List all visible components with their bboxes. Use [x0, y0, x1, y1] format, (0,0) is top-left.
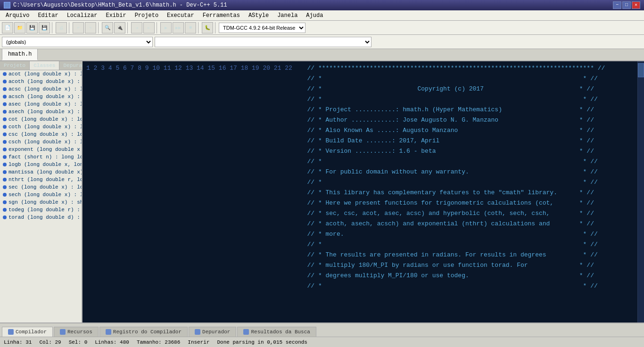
- item-icon: [3, 155, 7, 159]
- save-button[interactable]: 💾: [26, 22, 38, 33]
- sep7: [215, 22, 217, 33]
- new-button[interactable]: 📄: [2, 22, 13, 33]
- maximize-button[interactable]: □: [622, 1, 631, 9]
- tab-recursos[interactable]: Recursos: [54, 327, 99, 337]
- open-button[interactable]: 📁: [14, 22, 25, 33]
- list-item[interactable]: todeg (long double r) : lc: [0, 206, 82, 214]
- item-icon: [3, 95, 7, 99]
- bottom-bar: Compilador Recursos Registro do Compilad…: [0, 322, 644, 337]
- v-scrollbar-thumb[interactable]: [638, 63, 644, 77]
- title-bar: C:\Users\Augusto\Desktop\HMath_Beta_v1.6…: [0, 0, 644, 10]
- app-icon: [4, 2, 10, 8]
- sep2: [69, 22, 71, 33]
- tab-classes[interactable]: Classes: [30, 61, 59, 70]
- list-item[interactable]: acot (long double x) : lor: [0, 70, 82, 78]
- menu-localizar[interactable]: Localizar: [63, 11, 101, 20]
- window-controls[interactable]: − □ ✕: [613, 1, 640, 9]
- item-icon: [3, 72, 7, 76]
- status-lines: Linhas: 480: [95, 339, 129, 345]
- tab-hmath[interactable]: hmath.h: [2, 49, 38, 60]
- compilador-icon: [8, 329, 14, 335]
- minimize-button[interactable]: −: [613, 1, 621, 9]
- list-item[interactable]: logb (long double x, long: [0, 161, 82, 168]
- scope-select[interactable]: (globals): [2, 37, 153, 47]
- list-item[interactable]: acsc (long double x) : lor: [0, 85, 82, 93]
- replace-button[interactable]: 🔌: [114, 22, 125, 33]
- recursos-icon: [60, 329, 66, 335]
- sidebar-list: acot (long double x) : lor acoth (long d…: [0, 70, 83, 322]
- list-item[interactable]: cot (long double x) : lor: [0, 116, 82, 123]
- menu-exibir[interactable]: Exibir: [102, 11, 130, 20]
- sep4: [127, 22, 129, 33]
- close-button[interactable]: ✕: [632, 1, 640, 9]
- run-button[interactable]: ▶▶: [173, 22, 184, 33]
- menu-executar[interactable]: Executar: [163, 11, 198, 20]
- stop-button[interactable]: ■: [185, 22, 196, 33]
- undo-button[interactable]: ↶: [73, 22, 84, 33]
- item-icon: [3, 193, 7, 197]
- item-icon: [3, 178, 7, 182]
- tab-compilador[interactable]: Compilador: [2, 327, 53, 337]
- item-icon: [3, 208, 7, 212]
- status-col: Col: 29: [39, 339, 61, 345]
- resultados-icon: [243, 329, 249, 335]
- unindent-button[interactable]: ⇤: [143, 22, 155, 33]
- sep6: [198, 22, 200, 33]
- menu-ferramentas[interactable]: Ferramentas: [199, 11, 244, 20]
- tab-resultados[interactable]: Resultados da Busca: [237, 327, 316, 337]
- list-item[interactable]: torad (long double d) : lc: [0, 214, 82, 221]
- item-icon: [3, 117, 7, 121]
- list-item[interactable]: sec (long double x) : long: [0, 183, 82, 191]
- item-icon: [3, 185, 7, 189]
- compiler-select[interactable]: TDM-GCC 4.9.2 64-bit Release: [219, 23, 305, 33]
- item-icon: [3, 110, 7, 114]
- list-item[interactable]: csch (long double x) : lor: [0, 138, 82, 146]
- item-icon: [3, 215, 7, 219]
- menu-editar[interactable]: Editar: [34, 11, 62, 20]
- list-item[interactable]: csc (long double x) : long: [0, 131, 82, 138]
- menu-janela[interactable]: Janela: [273, 11, 301, 20]
- code-content: 1 2 3 4 5 6 7 8 9 10 11 12 13 14 15 16 1…: [83, 61, 637, 322]
- workspace: Projeto Classes Depurador acot (long dou…: [0, 61, 644, 322]
- vertical-scrollbar[interactable]: [637, 61, 644, 322]
- list-item[interactable]: coth (long double x) : lor: [0, 123, 82, 131]
- menu-arquivo[interactable]: Arquivo: [2, 11, 33, 20]
- code-lines[interactable]: // *************************************…: [296, 61, 637, 322]
- menu-projeto[interactable]: Projeto: [131, 11, 162, 20]
- list-item[interactable]: sgn (long double x) : sho: [0, 198, 82, 206]
- list-item[interactable]: exponent (long double x: [0, 146, 82, 153]
- tab-depurador[interactable]: Depurador: [189, 327, 236, 337]
- sep5: [157, 22, 158, 33]
- panel-tab-bar: Projeto Classes Depurador: [0, 61, 83, 70]
- list-item[interactable]: acoth (long double x) : lc: [0, 78, 82, 85]
- list-item[interactable]: asec (long double x) : lor: [0, 100, 82, 108]
- toolbar-1: 📄 📁 💾 💾 🖨 ↶ ↷ 🔍 🔌 ⇥ ⇤ ▶ ▶▶ ■ 🐛 TDM-GCC 4…: [0, 21, 644, 35]
- tab-projeto[interactable]: Projeto: [0, 61, 30, 70]
- list-item[interactable]: fact (short n) : long long: [0, 153, 82, 161]
- list-item[interactable]: acsch (long double x) : lc: [0, 93, 82, 100]
- print-button[interactable]: 🖨: [56, 22, 67, 33]
- code-editor[interactable]: 1 2 3 4 5 6 7 8 9 10 11 12 13 14 15 16 1…: [83, 61, 637, 322]
- list-item[interactable]: mantissa (long double x): [0, 168, 82, 176]
- depurador-icon: [195, 329, 200, 335]
- save-all-button[interactable]: 💾: [39, 22, 50, 33]
- status-insert: Inserir: [188, 339, 209, 345]
- redo-button[interactable]: ↷: [85, 22, 96, 33]
- compile-button[interactable]: ▶: [160, 22, 172, 33]
- item-icon: [3, 102, 7, 106]
- list-item[interactable]: sech (long double x) : lor: [0, 191, 82, 198]
- sep1: [52, 22, 54, 33]
- item-icon: [3, 80, 7, 83]
- list-item[interactable]: asech (long double x) : lc: [0, 108, 82, 116]
- item-icon: [3, 140, 7, 144]
- list-item[interactable]: nthrt (long double r, long: [0, 176, 82, 183]
- func-select[interactable]: [155, 37, 372, 47]
- debug-button[interactable]: 🐛: [202, 22, 213, 33]
- status-bar: Linha: 31 Col: 29 Sel: 0 Linhas: 480 Tam…: [0, 337, 644, 347]
- find-button[interactable]: 🔍: [102, 22, 113, 33]
- tab-registro[interactable]: Registro do Compilador: [99, 327, 188, 337]
- menu-ajuda[interactable]: Ajuda: [302, 11, 327, 20]
- status-line: Linha: 31: [4, 339, 32, 345]
- menu-astyle[interactable]: AStyle: [245, 11, 272, 20]
- indent-button[interactable]: ⇥: [131, 22, 142, 33]
